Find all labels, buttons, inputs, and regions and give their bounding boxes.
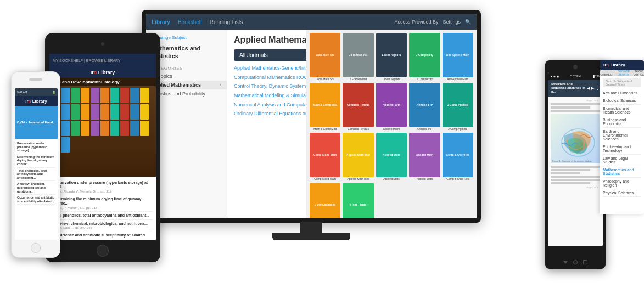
phone-app-bar: Irn Library xyxy=(15,96,58,106)
android-subject-4[interactable]: Earth and Environmental Sciences xyxy=(603,128,641,143)
tablet-list-item-0[interactable]: Preservation under pressure (hyperbaric … xyxy=(53,179,153,195)
android-back-button[interactable] xyxy=(563,261,568,264)
shelf-books xyxy=(49,86,156,154)
tablet-list-item-3[interactable]: A review: chemical, microbiological and … xyxy=(53,220,153,231)
search-icon[interactable]: 🔍 xyxy=(465,19,471,25)
iphone: 9:41 AM 🔋 Irn Library OyTA - Journal of … xyxy=(11,71,60,258)
android-subject-5[interactable]: Engineering and Technology xyxy=(603,143,641,155)
android-subject-8[interactable]: Philosophy and Religion xyxy=(603,178,641,189)
journal-item-2[interactable]: Linear AlgebraLinear Algebra xyxy=(376,33,407,81)
phone-home-button[interactable] xyxy=(31,243,41,253)
tablet-logo: Irn Library xyxy=(91,70,115,75)
tab-saved[interactable]: SAVED ARTICLES xyxy=(634,70,644,76)
tablet: MY BOOKSHELF | BROWSE LIBRARY Irn Librar… xyxy=(45,33,160,263)
journal-item-11[interactable]: Applied Math ModApplied Math Mod xyxy=(343,133,373,180)
text-line-6 xyxy=(551,172,580,174)
shelf-book-9[interactable] xyxy=(140,88,149,103)
phone-list-item-1[interactable]: Determining the minimum drying line of g… xyxy=(17,154,55,168)
nav-bookshelf[interactable]: Bookshelf xyxy=(178,19,202,25)
android-nav-bar xyxy=(563,260,587,264)
journal-item-14[interactable]: Comp & Oper ResComp & Oper Res xyxy=(443,133,473,180)
shelf-book-12[interactable] xyxy=(71,104,80,120)
android-search-bar[interactable]: Search Subjects & Journal Titles xyxy=(603,78,641,87)
tab-my-bookshelf[interactable]: MY BOOKSHELF xyxy=(600,70,613,76)
android-subject-1[interactable]: Biological Sciences xyxy=(603,97,641,105)
phone-list-item-0[interactable]: Preservation under pressure (hyperbaric … xyxy=(17,140,55,154)
play-icon[interactable]: ▶ xyxy=(591,86,594,91)
journal-item-4[interactable]: Adv Applied MathAdv Applied Math xyxy=(443,33,473,81)
journal-item-6[interactable]: Comptes RendusComptes Rendus xyxy=(343,83,373,131)
android-subject-3[interactable]: Business and Economics xyxy=(603,116,641,128)
journal-item-13[interactable]: Applied MathApplied Math xyxy=(409,133,440,180)
android-subject-0[interactable]: Arts and Humanities xyxy=(603,89,641,97)
journal-grid: Acta Math SciActa Math SciJ Franklin Ins… xyxy=(310,33,473,218)
journal-item-7[interactable]: Applied HarmApplied Harm xyxy=(376,83,407,131)
prev-icon[interactable]: ◀ xyxy=(587,86,590,91)
sidebar-arrow-icon: › xyxy=(220,82,221,87)
shelf-book-28[interactable] xyxy=(130,121,139,136)
shelf-book-7[interactable] xyxy=(120,88,129,103)
shelf-book-31[interactable] xyxy=(61,137,70,153)
shelf-book-6[interactable] xyxy=(110,88,119,103)
phone-list-item-3[interactable]: A review: chemical, microbiological and … xyxy=(17,181,55,195)
shelf-book-22[interactable] xyxy=(71,121,80,136)
journal-item-0[interactable]: Acta Math SciActa Math Sci xyxy=(310,33,340,81)
shelf-book-11[interactable] xyxy=(61,104,70,120)
nav-library[interactable]: Library xyxy=(152,19,170,25)
android-subject-7[interactable]: Mathematics and Statistics xyxy=(603,166,641,178)
shelf-book-14[interactable] xyxy=(91,104,99,120)
monitor-screen: Library Bookshelf Reading Lists Access P… xyxy=(146,14,477,218)
journal-item-15[interactable]: J Diff EquationsJ Diff Equations xyxy=(310,183,340,218)
shelf-book-4[interactable] xyxy=(91,88,99,103)
shelf-book-19[interactable] xyxy=(140,104,149,120)
shelf-book-8[interactable] xyxy=(130,88,139,103)
shelf-book-24[interactable] xyxy=(91,121,99,136)
tablet-bezel: MY BOOKSHELF | BROWSE LIBRARY Irn Librar… xyxy=(45,33,160,262)
journal-item-1[interactable]: J Franklin InstJ Franklin Inst xyxy=(343,33,373,81)
journal-item-12[interactable]: Applied StatsApplied Stats xyxy=(376,133,407,180)
phone-list-item-2[interactable]: Total phenolics, total anthocyanins and … xyxy=(17,168,55,182)
shelf-book-15[interactable] xyxy=(100,104,109,120)
journal-item-5[interactable]: Math & Comp ModMath & Comp Mod xyxy=(310,83,340,131)
android-subject-9[interactable]: Physical Sciences xyxy=(603,189,641,197)
phone-list-item-4[interactable]: Occurrence and antibiotic susceptibility… xyxy=(17,195,55,205)
shelf-book-21[interactable] xyxy=(61,121,70,136)
android-subject-list: Arts and HumanitiesBiological SciencesBi… xyxy=(600,89,644,197)
journal-item-16[interactable]: Finite FieldsFinite Fields xyxy=(343,183,373,218)
shelf-book-17[interactable] xyxy=(120,104,129,120)
shelf-book-2[interactable] xyxy=(71,88,80,103)
shelf-book-18[interactable] xyxy=(130,104,139,120)
more-icon[interactable]: ⋮ xyxy=(596,86,600,91)
monitor-stand-base xyxy=(272,233,350,240)
shelf-book-3[interactable] xyxy=(81,88,89,103)
android-subject-2[interactable]: Biomedical and Health Sciences xyxy=(603,105,641,116)
shelf-book-13[interactable] xyxy=(81,104,89,120)
shelf-book-26[interactable] xyxy=(110,121,119,136)
tablet-list-item-4[interactable]: Occurrence and antibiotic susceptibility… xyxy=(53,231,153,240)
android-library-logo: Irn Library xyxy=(603,63,625,67)
shelf-book-23[interactable] xyxy=(81,121,89,136)
shelf-book-1[interactable] xyxy=(61,88,70,103)
journal-item-8[interactable]: Annales IHPAnnales IHP xyxy=(409,83,440,131)
tablet-home-button[interactable] xyxy=(97,245,109,257)
android-article-header: Structure and sequence analyses of b... … xyxy=(548,80,603,97)
journal-item-9[interactable]: J Comp AppliedJ Comp Applied xyxy=(443,83,473,131)
tablet-list-item-2[interactable]: Total phenolics, total anthocyanins and … xyxy=(53,212,153,220)
android-subject-6[interactable]: Law and Legal Studies xyxy=(603,155,641,166)
journal-item-10[interactable]: Comp Aided MathComp Aided Math xyxy=(310,133,340,180)
nav-reading-lists[interactable]: Reading Lists xyxy=(210,19,243,25)
shelf-book-5[interactable] xyxy=(100,88,109,103)
shelf-book-16[interactable] xyxy=(110,104,119,120)
settings-label[interactable]: Settings xyxy=(443,19,461,25)
tab-browse[interactable]: BROWSE LIBRARY xyxy=(618,70,630,76)
android-camera xyxy=(573,65,578,69)
journal-item-3[interactable]: J ComplexityJ Complexity xyxy=(409,33,440,81)
shelf-book-25[interactable] xyxy=(100,121,109,136)
shelf-book-29[interactable] xyxy=(140,121,149,136)
android-library-panel: Irn Library MY BOOKSHELF BROWSE LIBRARY … xyxy=(600,60,644,214)
shelf-book-27[interactable] xyxy=(120,121,129,136)
android-library-header: Irn Library xyxy=(600,60,644,70)
android-recent-button[interactable] xyxy=(583,260,587,264)
tablet-list-item-1[interactable]: Determining the minimum drying time of g… xyxy=(53,195,153,212)
android-home-button[interactable] xyxy=(573,260,578,264)
